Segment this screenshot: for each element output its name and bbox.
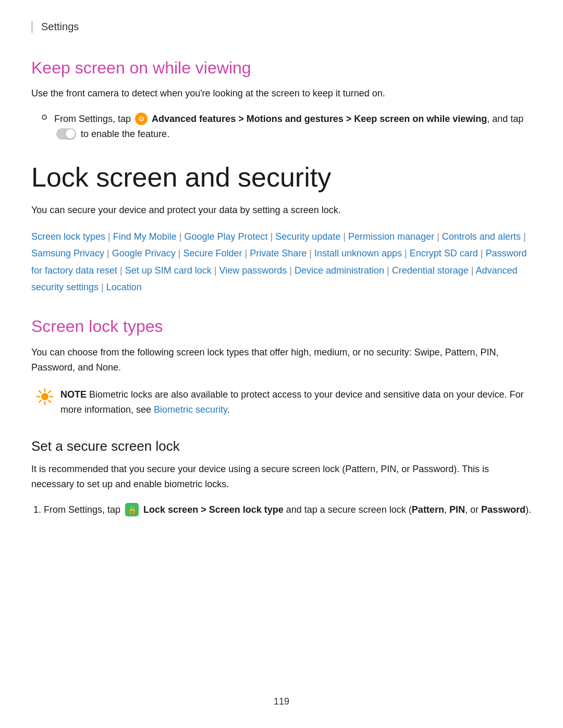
link-private-share[interactable]: Private Share [250,248,307,258]
link-google-play-protect[interactable]: Google Play Protect [185,231,268,242]
sep7: | [104,248,112,258]
link-secure-folder[interactable]: Secure Folder [183,248,242,258]
sep16: | [384,265,392,276]
link-permission-manager[interactable]: Permission manager [348,231,434,242]
note-box: NOTE Biometric locks are also available … [31,387,532,417]
link-biometric-security[interactable]: Biometric security [154,404,227,415]
svg-point-0 [41,393,48,400]
pattern-bold: Pattern [412,504,444,515]
secure-screen-lock-body: It is recommended that you secure your d… [31,462,532,492]
note-period: . [227,404,230,415]
sep3: | [268,231,276,242]
link-screen-lock-types[interactable]: Screen lock types [31,231,105,242]
keep-screen-heading: Keep screen on while viewing [31,58,532,78]
lock-screen-heading: Lock screen and security [31,163,532,192]
step-1: From Settings, tap Lock screen > Screen … [44,502,532,517]
svg-line-8 [39,401,41,402]
sep17: | [469,265,476,276]
sep4: | [340,231,348,242]
breadcrumb-label: Settings [41,21,79,32]
note-content: NOTE Biometric locks are also available … [60,387,532,417]
password-bold: Password [481,504,525,515]
svg-line-5 [39,391,41,392]
toggle-knob [66,129,75,139]
link-security-update[interactable]: Security update [275,231,340,242]
page-number: 119 [0,696,563,707]
bullet-circle-icon [42,115,47,120]
link-install-unknown-apps[interactable]: Install unknown apps [314,248,402,258]
lock-screen-section: Lock screen and security You can secure … [31,163,532,296]
sep10: | [307,248,314,258]
links-block: Screen lock types | Find My Mobile | Goo… [31,228,532,296]
keep-screen-section: Keep screen on while viewing Use the fro… [31,58,532,142]
steps-list: From Settings, tap Lock screen > Screen … [31,502,532,517]
link-google-privacy[interactable]: Google Privacy [112,248,176,258]
sep12: | [478,248,486,258]
sep18: | [99,282,106,292]
secure-screen-lock-section: Set a secure screen lock It is recommend… [31,438,532,517]
screen-lock-types-body: You can choose from the following screen… [31,345,532,375]
sep1: | [105,231,113,242]
link-samsung-privacy[interactable]: Samsung Privacy [31,248,104,258]
sep6: | [521,231,526,242]
sep5: | [434,231,442,242]
step1-bold: Lock screen > Screen lock type [143,504,284,515]
sep9: | [242,248,250,258]
keep-screen-bullet-content: From Settings, tap Advanced features > M… [54,112,532,142]
sep8: | [176,248,183,258]
note-sun-icon [36,388,53,405]
link-view-passwords[interactable]: View passwords [219,265,287,276]
link-device-administration[interactable]: Device administration [295,265,384,276]
sep2: | [177,231,185,242]
link-find-my-mobile[interactable]: Find My Mobile [113,231,177,242]
toggle-switch-icon [56,128,76,140]
secure-screen-lock-heading: Set a secure screen lock [31,438,532,454]
link-encrypt-sd-card[interactable]: Encrypt SD card [410,248,478,258]
sep13: | [117,265,125,276]
note-label: NOTE [60,389,87,400]
link-location[interactable]: Location [106,282,142,292]
sep11: | [402,248,410,258]
advanced-features-bold: Advanced features > Motions and gestures… [152,114,487,124]
screen-lock-types-heading: Screen lock types [31,316,532,336]
lock-screen-body: You can secure your device and protect y… [31,203,532,218]
breadcrumb: Settings [31,21,532,33]
link-credential-storage[interactable]: Credential storage [392,265,469,276]
svg-line-7 [48,391,50,392]
keep-screen-bullet: From Settings, tap Advanced features > M… [31,112,532,142]
link-controls-alerts[interactable]: Controls and alerts [442,231,521,242]
keep-screen-body: Use the front camera to detect when you'… [31,86,532,101]
settings-icon [135,113,148,125]
pin-bold: PIN [449,504,465,515]
sep14: | [212,265,219,276]
svg-line-6 [48,401,50,402]
link-sim-card-lock[interactable]: Set up SIM card lock [125,265,212,276]
screen-lock-types-section: Screen lock types You can choose from th… [31,316,532,417]
sep15: | [287,265,295,276]
note-body-text: Biometric locks are also available to pr… [60,389,523,415]
lock-screen-icon [125,503,139,516]
